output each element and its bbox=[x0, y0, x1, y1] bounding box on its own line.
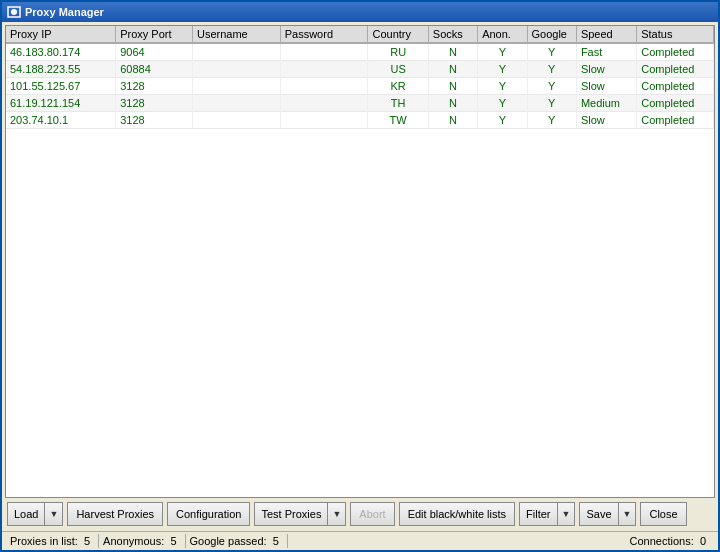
col-header-username: Username bbox=[192, 26, 280, 43]
col-header-speed: Speed bbox=[576, 26, 636, 43]
cell-8: Slow bbox=[576, 78, 636, 95]
title-bar: Proxy Manager bbox=[2, 2, 718, 22]
cell-8: Fast bbox=[576, 43, 636, 61]
cell-7: Y bbox=[527, 61, 576, 78]
cell-2 bbox=[192, 78, 280, 95]
google-passed-label: Google passed: 5 bbox=[186, 534, 288, 548]
cell-0: 46.183.80.174 bbox=[6, 43, 116, 61]
cell-9: Completed bbox=[637, 78, 714, 95]
cell-3 bbox=[280, 61, 368, 78]
cell-0: 61.19.121.154 bbox=[6, 95, 116, 112]
filter-dropdown-arrow[interactable]: ▼ bbox=[557, 502, 576, 526]
cell-8: Slow bbox=[576, 112, 636, 129]
table-row[interactable]: 101.55.125.673128KRNYYSlowCompleted bbox=[6, 78, 714, 95]
content-area: Proxy IP Proxy Port Username Password Co… bbox=[2, 22, 718, 531]
load-dropdown-arrow[interactable]: ▼ bbox=[44, 502, 63, 526]
harvest-proxies-button[interactable]: Harvest Proxies bbox=[67, 502, 163, 526]
col-header-country: Country bbox=[368, 26, 428, 43]
cell-5: N bbox=[428, 112, 477, 129]
cell-5: N bbox=[428, 43, 477, 61]
save-dropdown-arrow[interactable]: ▼ bbox=[618, 502, 637, 526]
cell-5: N bbox=[428, 78, 477, 95]
table-row[interactable]: 203.74.10.13128TWNYYSlowCompleted bbox=[6, 112, 714, 129]
save-button[interactable]: Save bbox=[579, 502, 617, 526]
close-button[interactable]: Close bbox=[640, 502, 686, 526]
abort-button[interactable]: Abort bbox=[350, 502, 394, 526]
bottom-buttons: Load ▼ Harvest Proxies Configuration Tes… bbox=[5, 498, 715, 528]
cell-4: TH bbox=[368, 95, 428, 112]
cell-6: Y bbox=[478, 95, 527, 112]
cell-6: Y bbox=[478, 112, 527, 129]
cell-3 bbox=[280, 95, 368, 112]
cell-8: Slow bbox=[576, 61, 636, 78]
cell-7: Y bbox=[527, 43, 576, 61]
table-row[interactable]: 61.19.121.1543128THNYYMediumCompleted bbox=[6, 95, 714, 112]
table-body: 46.183.80.1749064RUNYYFastCompleted54.18… bbox=[6, 43, 714, 129]
cell-5: N bbox=[428, 61, 477, 78]
cell-1: 3128 bbox=[116, 95, 193, 112]
cell-1: 60884 bbox=[116, 61, 193, 78]
window-title: Proxy Manager bbox=[25, 6, 713, 18]
test-proxies-split-button[interactable]: Test Proxies ▼ bbox=[254, 502, 346, 526]
cell-4: US bbox=[368, 61, 428, 78]
cell-4: RU bbox=[368, 43, 428, 61]
proxy-table-container: Proxy IP Proxy Port Username Password Co… bbox=[5, 25, 715, 498]
cell-2 bbox=[192, 43, 280, 61]
cell-9: Completed bbox=[637, 112, 714, 129]
status-bar: Proxies in list: 5 Anonymous: 5 Google p… bbox=[2, 531, 718, 550]
col-header-anon: Anon. bbox=[478, 26, 527, 43]
col-header-port: Proxy Port bbox=[116, 26, 193, 43]
cell-6: Y bbox=[478, 78, 527, 95]
load-button[interactable]: Load bbox=[7, 502, 44, 526]
cell-7: Y bbox=[527, 95, 576, 112]
col-header-status: Status bbox=[637, 26, 714, 43]
cell-5: N bbox=[428, 95, 477, 112]
connections-label: Connections: 0 bbox=[626, 534, 714, 548]
window-icon bbox=[7, 5, 21, 19]
test-proxies-button[interactable]: Test Proxies bbox=[254, 502, 327, 526]
cell-7: Y bbox=[527, 112, 576, 129]
filter-split-button[interactable]: Filter ▼ bbox=[519, 502, 575, 526]
col-header-google: Google bbox=[527, 26, 576, 43]
cell-9: Completed bbox=[637, 43, 714, 61]
cell-9: Completed bbox=[637, 95, 714, 112]
cell-1: 3128 bbox=[116, 78, 193, 95]
proxies-in-list-label: Proxies in list: 5 bbox=[6, 534, 99, 548]
cell-8: Medium bbox=[576, 95, 636, 112]
cell-1: 3128 bbox=[116, 112, 193, 129]
col-header-ip: Proxy IP bbox=[6, 26, 116, 43]
cell-7: Y bbox=[527, 78, 576, 95]
edit-blackwhite-button[interactable]: Edit black/white lists bbox=[399, 502, 515, 526]
cell-6: Y bbox=[478, 61, 527, 78]
table-row[interactable]: 54.188.223.5560884USNYYSlowCompleted bbox=[6, 61, 714, 78]
table-row[interactable]: 46.183.80.1749064RUNYYFastCompleted bbox=[6, 43, 714, 61]
cell-2 bbox=[192, 95, 280, 112]
cell-1: 9064 bbox=[116, 43, 193, 61]
cell-2 bbox=[192, 61, 280, 78]
svg-point-1 bbox=[11, 9, 17, 15]
cell-2 bbox=[192, 112, 280, 129]
cell-0: 54.188.223.55 bbox=[6, 61, 116, 78]
cell-6: Y bbox=[478, 43, 527, 61]
table-header-row: Proxy IP Proxy Port Username Password Co… bbox=[6, 26, 714, 43]
cell-3 bbox=[280, 112, 368, 129]
col-header-password: Password bbox=[280, 26, 368, 43]
proxy-manager-window: Proxy Manager Proxy IP Proxy Port Userna… bbox=[0, 0, 720, 552]
cell-9: Completed bbox=[637, 61, 714, 78]
col-header-socks: Socks bbox=[428, 26, 477, 43]
cell-3 bbox=[280, 78, 368, 95]
cell-3 bbox=[280, 43, 368, 61]
configuration-button[interactable]: Configuration bbox=[167, 502, 250, 526]
cell-4: TW bbox=[368, 112, 428, 129]
cell-0: 101.55.125.67 bbox=[6, 78, 116, 95]
proxy-table: Proxy IP Proxy Port Username Password Co… bbox=[6, 26, 714, 129]
test-proxies-dropdown-arrow[interactable]: ▼ bbox=[327, 502, 346, 526]
anonymous-label: Anonymous: 5 bbox=[99, 534, 185, 548]
save-split-button[interactable]: Save ▼ bbox=[579, 502, 636, 526]
cell-0: 203.74.10.1 bbox=[6, 112, 116, 129]
load-split-button[interactable]: Load ▼ bbox=[7, 502, 63, 526]
filter-button[interactable]: Filter bbox=[519, 502, 556, 526]
cell-4: KR bbox=[368, 78, 428, 95]
